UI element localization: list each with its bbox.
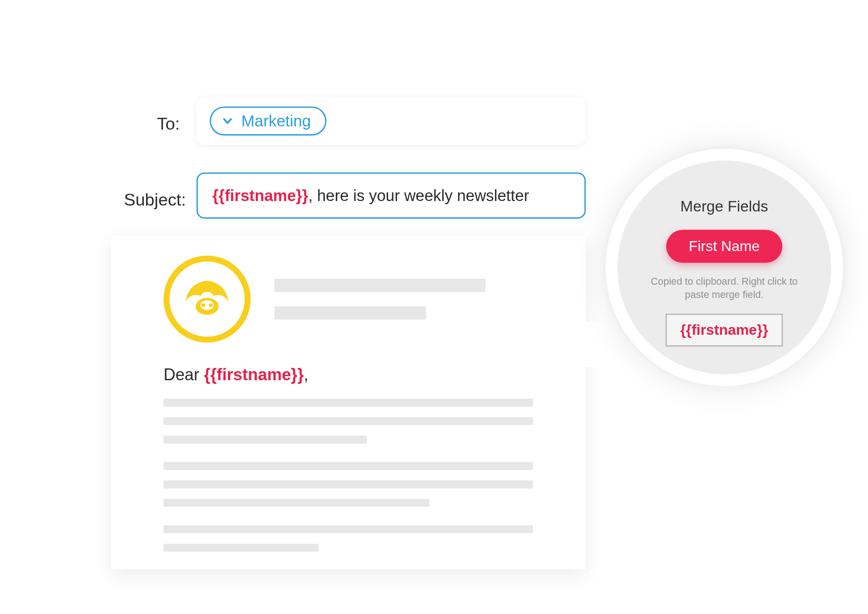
subject-input[interactable]: {{firstname}}, here is your weekly newsl… [197,172,586,219]
callout-hint: Copied to clipboard. Right click to past… [648,275,800,302]
chevron-down-icon [222,115,233,127]
callout-tail [456,317,625,390]
merge-token: {{firstname}} [212,186,308,205]
first-name-button[interactable]: First Name [666,230,782,262]
avatar [164,256,251,342]
recipient-chip-label: Marketing [242,112,311,131]
salutation-suffix: , [304,365,308,384]
monkey-icon [177,269,237,329]
subject-label: Subject: [124,190,186,210]
body-placeholder-lines [111,399,586,552]
merge-code-box[interactable]: {{firstname}} [666,313,782,347]
merge-fields-callout: Merge Fields First Name Copied to clipbo… [586,129,830,433]
to-label: To: [157,114,180,134]
svg-point-2 [202,303,206,307]
merge-token: {{firstname}} [204,365,304,384]
email-body-card: Dear {{firstname}}, [111,236,586,569]
to-field[interactable]: Marketing [197,97,586,145]
svg-point-3 [209,303,213,307]
salutation-prefix: Dear [164,365,204,384]
subject-text: , here is your weekly newsletter [308,186,529,205]
recipient-chip[interactable]: Marketing [210,106,327,136]
header-placeholder-lines [274,279,485,320]
callout-title: Merge Fields [681,197,768,215]
